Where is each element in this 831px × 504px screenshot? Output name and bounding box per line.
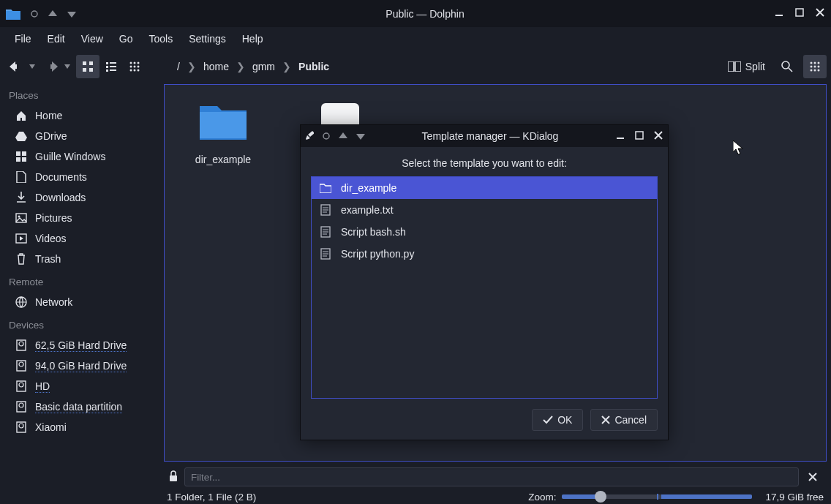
down-icon[interactable] <box>67 8 76 20</box>
template-label: Script python.py <box>341 248 414 260</box>
close-filter-button[interactable] <box>805 469 821 485</box>
template-item[interactable]: dir_example <box>312 177 657 199</box>
sidebar-item-basic-data-partition[interactable]: Basic data partition <box>0 396 159 417</box>
menu-go[interactable]: Go <box>112 30 140 48</box>
sidebar-item-label: GDrive <box>35 130 67 142</box>
svg-rect-7 <box>106 62 108 64</box>
cancel-button[interactable]: Cancel <box>590 409 658 431</box>
menu-edit[interactable]: Edit <box>40 30 72 48</box>
view-details-button[interactable] <box>123 55 146 78</box>
status-free-space: 17,9 GiB free <box>765 492 824 503</box>
crumb-home[interactable]: home <box>203 61 229 72</box>
windows-icon <box>15 150 28 163</box>
folder-small-icon <box>319 181 332 195</box>
template-list[interactable]: dir_exampleexample.txtScript bash.shScri… <box>311 176 658 399</box>
status-bar: 1 Folder, 1 File (2 B) Zoom: 17,9 GiB fr… <box>159 488 831 504</box>
sidebar-item-videos[interactable]: Videos <box>0 228 159 249</box>
svg-rect-53 <box>170 475 177 481</box>
mouse-cursor <box>733 140 745 157</box>
down-icon[interactable] <box>356 130 365 142</box>
svg-rect-12 <box>110 69 116 71</box>
sidebar-item-94-0-gib-hard-drive[interactable]: 94,0 GiB Hard Drive <box>0 356 159 376</box>
back-button[interactable] <box>4 55 28 78</box>
hamburger-button[interactable] <box>803 55 827 78</box>
filter-bar <box>162 466 827 488</box>
menu-settings[interactable]: Settings <box>181 30 233 48</box>
sidebar-item-label: Videos <box>35 233 67 244</box>
image-icon <box>15 211 28 225</box>
svg-rect-5 <box>83 68 86 72</box>
sidebar-item-documents[interactable]: Documents <box>0 167 159 187</box>
minimize-icon[interactable] <box>615 130 625 143</box>
search-button[interactable] <box>775 55 799 78</box>
back-dropdown-icon[interactable] <box>29 64 35 69</box>
svg-point-18 <box>138 66 140 68</box>
toolbar: / ❯ home ❯ gmm ❯ Public Split <box>0 50 831 83</box>
maximize-icon[interactable] <box>634 130 644 143</box>
close-icon[interactable] <box>653 130 663 143</box>
svg-rect-10 <box>110 66 116 67</box>
forward-dropdown-icon[interactable] <box>64 64 70 69</box>
up-icon[interactable] <box>48 8 57 20</box>
sidebar-item-trash[interactable]: Trash <box>0 249 159 269</box>
sidebar-item-guille-windows[interactable]: Guille Windows <box>0 146 159 167</box>
sidebar-item-62-5-gib-hard-drive[interactable]: 62,5 GiB Hard Drive <box>0 335 159 356</box>
maximize-icon[interactable] <box>794 7 805 20</box>
up-icon[interactable] <box>339 130 347 142</box>
svg-rect-55 <box>617 138 624 139</box>
trash-icon <box>15 252 28 266</box>
sidebar-item-label: Documents <box>35 171 87 183</box>
view-icons-button[interactable] <box>76 55 99 78</box>
svg-rect-9 <box>106 66 108 68</box>
breadcrumb[interactable]: / ❯ home ❯ gmm ❯ Public <box>177 61 721 72</box>
sidebar-item-label: Basic data partition <box>35 401 122 413</box>
lock-icon[interactable] <box>168 470 178 484</box>
svg-rect-1 <box>775 15 783 16</box>
view-compact-button[interactable] <box>99 55 123 78</box>
template-item[interactable]: example.txt <box>312 199 657 221</box>
sidebar-item-label: Guille Windows <box>35 151 105 162</box>
svg-point-32 <box>814 69 816 72</box>
pin-icon[interactable] <box>323 130 330 142</box>
cancel-label: Cancel <box>614 414 647 426</box>
svg-rect-56 <box>636 132 643 139</box>
crumb-user[interactable]: gmm <box>252 61 275 72</box>
zoom-handle[interactable] <box>595 491 606 503</box>
split-button[interactable]: Split <box>722 58 771 75</box>
sidebar-item-network[interactable]: Network <box>0 292 159 312</box>
sidebar-item-hd[interactable]: HD <box>0 376 159 396</box>
menu-file[interactable]: File <box>7 30 39 48</box>
menu-view[interactable]: View <box>74 30 110 48</box>
sidebar-item-gdrive[interactable]: GDrive <box>0 126 159 146</box>
menu-help[interactable]: Help <box>235 30 271 48</box>
menu-tools[interactable]: Tools <box>141 30 180 48</box>
forward-button[interactable] <box>40 55 63 78</box>
sidebar-item-pictures[interactable]: Pictures <box>0 208 159 228</box>
zoom-slider[interactable] <box>562 494 752 499</box>
pin-icon[interactable] <box>31 8 38 20</box>
disk-icon <box>15 421 28 434</box>
sidebar-item-home[interactable]: Home <box>0 105 159 126</box>
template-item[interactable]: Script python.py <box>312 243 657 265</box>
file-item[interactable]: dir_example <box>187 97 260 165</box>
svg-point-0 <box>31 11 37 17</box>
crumb-root[interactable]: / <box>177 61 180 72</box>
window-title: Public — Dolphin <box>76 8 774 20</box>
status-text: 1 Folder, 1 File (2 B) <box>167 492 256 503</box>
svg-point-26 <box>814 62 816 64</box>
minimize-icon[interactable] <box>774 7 784 20</box>
filter-input[interactable] <box>184 467 799 486</box>
template-item[interactable]: Script bash.sh <box>312 221 657 243</box>
close-icon[interactable] <box>815 7 825 20</box>
edit-icon[interactable] <box>305 130 314 142</box>
crumb-current[interactable]: Public <box>298 61 329 72</box>
svg-rect-6 <box>89 68 93 72</box>
sidebar-item-xiaomi[interactable]: Xiaomi <box>0 417 159 437</box>
textfile-small-icon <box>319 203 332 217</box>
sidebar-item-label: Pictures <box>35 212 72 224</box>
svg-point-19 <box>130 69 132 72</box>
folder-icon <box>198 97 249 148</box>
ok-button[interactable]: OK <box>532 409 583 431</box>
svg-rect-34 <box>16 151 20 156</box>
sidebar-item-downloads[interactable]: Downloads <box>0 187 159 208</box>
